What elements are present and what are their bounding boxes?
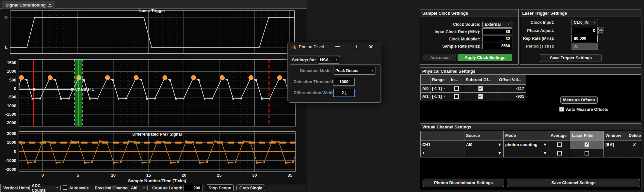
xtick-30: 30 — [251, 173, 259, 178]
col-header-mode[interactable]: Mode — [503, 131, 549, 140]
phase-adjust-spin-up[interactable]: ▲ — [598, 27, 604, 31]
text-cursor-icon — [346, 91, 346, 95]
measure-offsets-button[interactable]: Measure Offsets — [560, 96, 598, 104]
col-header-invert[interactable]: In... — [449, 75, 464, 85]
save-trigger-settings-button[interactable]: Save Trigger Settings — [540, 54, 602, 62]
new-average-checkbox[interactable] — [557, 151, 562, 155]
new-source-dropdown[interactable]: ▼ — [464, 149, 504, 157]
row-header-ai1[interactable]: AI1 — [420, 92, 430, 100]
detection-mode-dropdown[interactable]: Peak Detect ▼ — [333, 67, 376, 75]
ai0-range-value: [-1 1] — [432, 86, 442, 91]
col-header-offset[interactable]: Offset Val... — [497, 75, 526, 85]
channel1-cursor-label[interactable]: Channel 1 — [75, 87, 94, 92]
xtick-20: 20 — [180, 173, 188, 178]
col-header-subtract[interactable]: Subtract Of... — [464, 75, 497, 85]
xtick-10: 10 — [109, 173, 117, 178]
virtual-channel-title: Virtual Channel Settings — [422, 125, 471, 129]
ai0-subtract-checkbox[interactable] — [478, 86, 483, 91]
capture-length-label: Capture Length: — [152, 186, 184, 190]
channel1-ytick: -2000 — [0, 120, 16, 125]
eject-icon[interactable] — [48, 3, 52, 7]
auto-measure-offsets-checkbox[interactable] — [559, 107, 564, 111]
channel1-ytick: -500 — [0, 95, 16, 99]
ai1-invert-checkbox[interactable] — [454, 94, 459, 99]
clock-multiplier-input[interactable]: 32 — [482, 36, 512, 42]
ai1-range-value: [-1 1] — [432, 94, 442, 99]
col-header-range[interactable]: Range — [430, 75, 449, 85]
diff-ytick: 2000 — [0, 131, 16, 136]
chevron-down-icon: ▼ — [543, 142, 547, 147]
autoscale-checkbox[interactable] — [63, 185, 67, 190]
differentiation-width-input[interactable]: 2 — [333, 89, 355, 97]
photon-discriminator-settings-button[interactable]: Photon Discriminator Settings — [423, 179, 504, 187]
sample-rate-input[interactable]: 2560 — [482, 43, 512, 49]
grab-single-label: Grab Single — [239, 186, 262, 190]
save-channel-settings-button[interactable]: Save Channel Settings — [507, 179, 640, 187]
phase-adjust-spin-down[interactable]: ▼ — [598, 31, 604, 34]
stop-scope-button[interactable]: Stop Scope — [206, 185, 234, 191]
ai0-offset-value[interactable]: -217 — [497, 84, 526, 93]
row-header-ai0[interactable]: AI0 — [420, 84, 430, 93]
col-header-source[interactable]: Source — [464, 131, 504, 140]
differentiated-pmt-plot: 200010000-1000-2000 — [0, 131, 307, 172]
minimize-button[interactable] — [335, 46, 340, 47]
maximize-button[interactable] — [353, 45, 357, 48]
save-trigger-settings-label: Save Trigger Settings — [550, 56, 592, 60]
tab-signal-conditioning[interactable]: Signal Conditioning — [2, 1, 55, 9]
chevron-down-icon: ▼ — [498, 142, 502, 147]
ch1-mode-dropdown[interactable]: photon counting▼ — [503, 140, 549, 149]
dialog-title: Photon Discri... — [299, 44, 328, 49]
capture-length-input[interactable]: 200 — [184, 185, 202, 191]
physical-channel-value: AI0 — [131, 186, 137, 190]
physical-channel-dropdown[interactable]: AI0 ▼ — [129, 185, 148, 191]
settings-for-dropdown[interactable]: HSA_ ▼ — [318, 56, 340, 64]
new-laser-filter-cell — [570, 149, 604, 157]
xtick-15: 15 — [145, 173, 153, 178]
detection-threshold-input[interactable]: 1000 — [333, 78, 355, 86]
new-delete-cell — [627, 149, 642, 157]
ch1-window-value[interactable]: [6 6] — [604, 140, 627, 149]
ai1-offset-value[interactable]: -901 — [497, 92, 526, 100]
advanced-button[interactable]: Advanced — [424, 54, 456, 61]
col-header-average[interactable]: Average — [549, 131, 570, 140]
settings-for-value: HSA_ — [320, 58, 331, 62]
clock-input-dropdown[interactable]: CLK_IN ▼ — [572, 19, 598, 26]
new-laser-filter-checkbox[interactable] — [585, 151, 589, 155]
rep-rate-input[interactable]: 80.000 — [572, 35, 598, 42]
phase-adjust-input[interactable]: 0 — [572, 27, 598, 34]
sample-clock-title: Sample Clock Settings — [422, 11, 468, 16]
col-header-delete[interactable]: Delete — [627, 131, 642, 140]
ch1-laser-filter-checkbox[interactable] — [585, 142, 589, 147]
ai1-range-dropdown[interactable]: [-1 1]▼ — [430, 92, 449, 100]
laser-trigger-settings-title: Laser Trigger Settings — [522, 11, 567, 16]
row-header-add[interactable]: + — [420, 149, 464, 157]
input-clock-rate-input[interactable]: 80 — [482, 28, 512, 35]
xtick-5: 5 — [74, 173, 82, 178]
ai0-range-dropdown[interactable]: [-1 1]▼ — [430, 84, 449, 93]
input-clock-rate-label: Input Clock Rate (MHz): — [420, 30, 480, 34]
rep-rate-label: Rep Rate (MHz): — [520, 36, 554, 41]
col-header-laser-filter[interactable]: Laser Filter — [570, 131, 604, 140]
diff-ytick: 1000 — [0, 140, 16, 145]
chevron-down-icon: ▼ — [507, 23, 510, 26]
col-header-window[interactable]: Window — [604, 131, 627, 140]
close-button[interactable]: ✕ — [369, 44, 373, 50]
period-ticks-input: 32 — [572, 43, 598, 50]
new-mode-dropdown[interactable]: ▼ — [503, 149, 549, 157]
chevron-down-icon: ▼ — [335, 58, 338, 61]
ch1-source-dropdown[interactable]: AI0▼ — [464, 140, 504, 149]
apply-clock-settings-button[interactable]: Apply Clock Settings — [458, 54, 512, 61]
grab-single-button[interactable]: Grab Single — [236, 185, 265, 191]
ai1-subtract-checkbox[interactable] — [478, 94, 483, 99]
row-header-ch1[interactable]: CH1 — [420, 140, 464, 149]
ai0-invert-checkbox[interactable] — [454, 86, 459, 91]
differentiated-pmt-plot-title: Differentiated PMT Signal — [108, 132, 206, 137]
diff-ytick: 0 — [0, 149, 16, 154]
ch1-delete-button[interactable]: X — [627, 140, 642, 149]
advanced-label: Advanced — [430, 55, 450, 60]
vertical-units-dropdown[interactable]: ADC Counts ▼ — [29, 185, 61, 191]
col-header — [420, 131, 464, 140]
clock-source-dropdown[interactable]: External ▼ — [482, 21, 512, 28]
dialog-titlebar[interactable]: Photon Discri... ✕ — [288, 42, 382, 52]
ch1-average-checkbox[interactable] — [557, 142, 562, 147]
